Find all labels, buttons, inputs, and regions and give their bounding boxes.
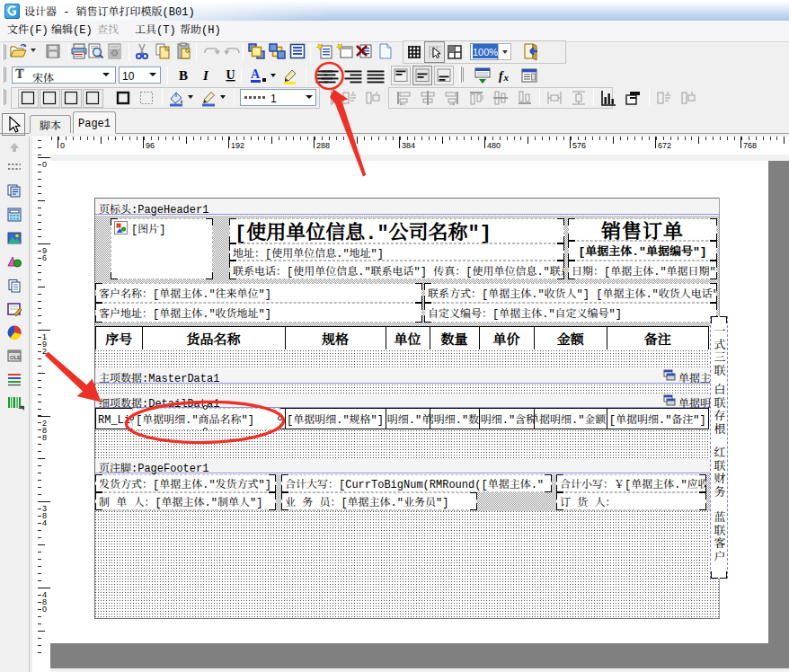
svg-text:B: B [179,68,188,83]
svg-text:U: U [226,68,235,82]
svg-text:I: I [202,68,209,83]
svg-text:A: A [251,67,261,81]
svg-text:x: x [503,72,510,83]
svg-text:OLE: OLE [10,355,21,360]
